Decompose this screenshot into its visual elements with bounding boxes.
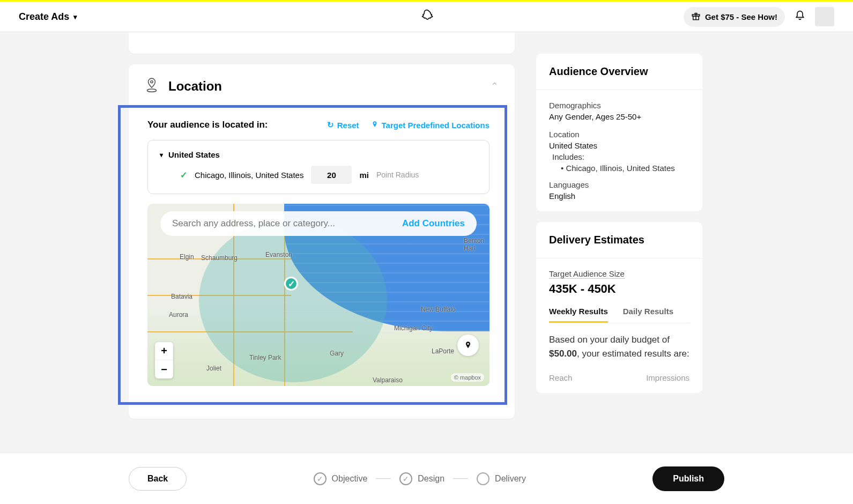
gift-icon	[691, 11, 701, 23]
map-label: Elgin	[180, 253, 194, 261]
includes-label: Includes:	[552, 152, 689, 161]
map-label: New Buffalo	[421, 306, 455, 313]
step-label: Objective	[332, 474, 368, 484]
map-label: Tinley Park	[249, 354, 281, 361]
step-objective[interactable]: Objective	[314, 472, 368, 485]
estimate-text: Based on your daily budget of $50.00, yo…	[549, 323, 689, 360]
zoom-out-button[interactable]: −	[155, 360, 173, 379]
app-header: Create Ads ▾ Get $75 - See How!	[0, 2, 853, 32]
target-predefined-button[interactable]: Target Predefined Locations	[371, 120, 489, 130]
header-title-wrap[interactable]: Create Ads ▾	[19, 11, 77, 23]
chevron-down-icon: ▾	[160, 151, 163, 159]
map-search-pill: Add Countries	[160, 211, 477, 236]
reach-impressions-row: Reach Impressions	[549, 373, 689, 382]
page-title: Create Ads	[19, 11, 69, 23]
zoom-in-button[interactable]: +	[155, 342, 173, 360]
svg-point-5	[374, 122, 375, 124]
map-label: Gary	[330, 350, 344, 357]
header-actions: Get $75 - See How!	[684, 7, 834, 27]
location-pin-icon	[145, 77, 159, 95]
languages-label: Languages	[549, 180, 689, 189]
left-column: Location ⌃ Your audience is located in: …	[129, 32, 515, 429]
promo-button[interactable]: Get $75 - See How!	[684, 7, 785, 27]
city-row: ✓ Chicago, Illinois, United States mi Po…	[160, 166, 477, 184]
step-label: Design	[418, 474, 444, 484]
right-column: Audience Overview Demographics Any Gende…	[536, 32, 702, 429]
pin-icon	[371, 120, 379, 130]
map-label: Valparaiso	[373, 376, 403, 384]
check-icon: ✓	[180, 170, 187, 180]
map-marker-icon[interactable]: ✓	[284, 277, 298, 291]
audience-row: Your audience is located in: ↻ Reset Tar…	[147, 120, 489, 130]
reach-label: Reach	[549, 373, 572, 382]
map-search-input[interactable]	[172, 218, 402, 229]
country-box: ▾ United States ✓ Chicago, Illinois, Uni…	[147, 140, 489, 194]
radius-input[interactable]	[311, 166, 352, 184]
step-separator	[453, 478, 468, 479]
overview-title: Audience Overview	[536, 54, 702, 90]
check-circle-icon	[399, 472, 412, 485]
map-label: Benton Harl	[464, 237, 489, 252]
audience-located-label: Your audience is located in:	[147, 120, 268, 130]
step-delivery[interactable]: Delivery	[477, 472, 526, 485]
location-title: Location	[168, 79, 222, 94]
map-label: Batavia	[171, 293, 192, 300]
svg-point-3	[151, 80, 153, 83]
bottom-bar: Back Objective Design Delivery Publish	[0, 453, 853, 504]
refresh-icon: ↻	[327, 120, 334, 130]
chevron-up-icon[interactable]: ⌃	[491, 80, 499, 92]
location-value: United States	[549, 141, 689, 150]
tab-daily[interactable]: Daily Results	[623, 307, 673, 323]
predefined-label: Target Predefined Locations	[382, 121, 489, 130]
promo-label: Get $75 - See How!	[705, 12, 777, 21]
map-label: Michigan City	[394, 324, 433, 332]
country-name: United States	[168, 150, 220, 159]
reset-button[interactable]: ↻ Reset	[327, 120, 359, 130]
delivery-estimates-card: Delivery Estimates Target Audience Size …	[536, 222, 702, 393]
audience-overview-card: Audience Overview Demographics Any Gende…	[536, 54, 702, 211]
step-separator	[376, 478, 391, 479]
zoom-controls: + −	[155, 342, 173, 379]
includes-bullet: • Chicago, Illinois, United States	[561, 164, 689, 173]
delivery-title: Delivery Estimates	[536, 222, 702, 258]
city-name: Chicago, Illinois, United States	[195, 171, 303, 180]
svg-point-4	[147, 89, 156, 92]
empty-circle-icon	[477, 472, 489, 485]
chevron-down-icon: ▾	[73, 13, 77, 21]
step-design[interactable]: Design	[399, 472, 444, 485]
brand-logo	[419, 8, 434, 25]
languages-value: English	[549, 191, 689, 201]
demographics-value: Any Gender, Ages 25-50+	[549, 112, 689, 121]
reset-label: Reset	[337, 121, 359, 130]
location-card: Location ⌃ Your audience is located in: …	[129, 64, 515, 419]
point-radius-label: Point Radius	[376, 171, 419, 179]
publish-button[interactable]: Publish	[652, 466, 724, 491]
map-label: LaPorte	[432, 347, 454, 355]
results-tabs: Weekly Results Daily Results	[549, 307, 689, 323]
add-countries-button[interactable]: Add Countries	[402, 218, 465, 229]
progress-steps: Objective Design Delivery	[314, 472, 526, 485]
back-button[interactable]: Back	[129, 467, 187, 491]
radius-unit: mi	[359, 171, 369, 180]
check-circle-icon	[314, 472, 327, 485]
svg-point-6	[467, 343, 469, 345]
map-label: Aurora	[169, 311, 188, 318]
target-size-label: Target Audience Size	[549, 269, 625, 279]
map-label: Joliet	[206, 365, 221, 372]
country-header[interactable]: ▾ United States	[160, 150, 477, 159]
demographics-label: Demographics	[549, 101, 689, 110]
locate-button[interactable]	[457, 335, 479, 356]
avatar[interactable]	[815, 7, 834, 26]
bell-icon[interactable]	[795, 10, 805, 23]
map[interactable]: Elgin Schaumburg Evanston Batavia Aurora…	[147, 204, 489, 386]
map-label: Evanston	[265, 251, 292, 258]
target-size-value: 435K - 450K	[549, 282, 689, 296]
tab-weekly[interactable]: Weekly Results	[549, 307, 608, 323]
main-content: Location ⌃ Your audience is located in: …	[0, 32, 853, 429]
previous-section-card	[129, 32, 515, 54]
impressions-label: Impressions	[646, 373, 689, 382]
map-label: Schaumburg	[201, 254, 238, 262]
location-highlight-box: Your audience is located in: ↻ Reset Tar…	[118, 105, 507, 405]
step-label: Delivery	[495, 474, 526, 484]
location-header: Location ⌃	[145, 77, 499, 95]
